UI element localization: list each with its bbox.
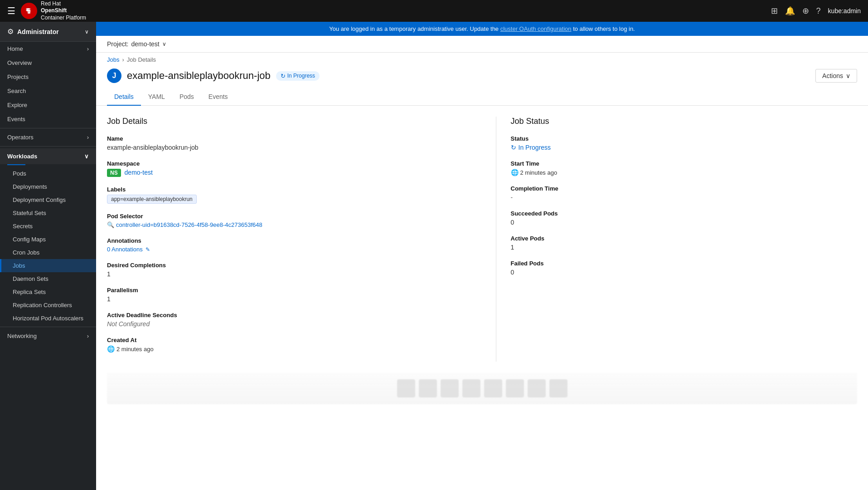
page-content: Project: demo-test ∨ Jobs › Job Details … <box>96 36 868 490</box>
namespace-label: Namespace <box>107 160 469 167</box>
sidebar-item-explore[interactable]: Explore <box>0 98 96 112</box>
annotations-link[interactable]: 0 Annotations ✎ <box>107 246 469 253</box>
actions-chevron-icon: ∨ <box>846 72 850 79</box>
failed-pods-label: Failed Pods <box>511 260 858 267</box>
sidebar-item-secrets[interactable]: Secrets <box>0 220 96 233</box>
annotations-edit-icon[interactable]: ✎ <box>145 246 150 253</box>
actions-button[interactable]: Actions ∨ <box>815 69 857 83</box>
parallelism-group: Parallelism 1 <box>107 287 469 303</box>
completion-time-value: - <box>511 194 858 201</box>
created-at-globe-icon: 🌐 <box>107 345 115 353</box>
namespace-link[interactable]: demo-test <box>125 169 153 176</box>
page-title: example-ansibleplaybookrun-job <box>127 70 271 82</box>
breadcrumb-jobs-link[interactable]: Jobs <box>107 56 119 63</box>
sidebar-item-replication-controllers[interactable]: Replication Controllers <box>0 299 96 312</box>
hamburger-icon[interactable]: ☰ <box>7 5 15 16</box>
admin-gear-icon: ⚙ <box>7 27 14 36</box>
sidebar-workloads-header[interactable]: Workloads ∨ <box>0 148 96 164</box>
sidebar-item-pods[interactable]: Pods <box>0 167 96 180</box>
sidebar-item-operators[interactable]: Operators › <box>0 130 96 144</box>
sidebar-item-events[interactable]: Events <box>0 112 96 126</box>
name-group: Name example-ansibleplaybookrun-job <box>107 135 469 151</box>
sidebar-item-home[interactable]: Home › <box>0 42 96 56</box>
job-status-column: Job Status Status ↻ In Progress Start Ti… <box>496 117 858 362</box>
label-chip: app=example-ansibleplaybookrun <box>107 195 197 204</box>
pod-selector-value: controller-uid=b91638cd-7526-4f58-9ee8-4… <box>116 221 262 228</box>
tab-details[interactable]: Details <box>107 88 141 106</box>
sidebar-item-replica-sets[interactable]: Replica Sets <box>0 285 96 299</box>
sidebar-item-networking[interactable]: Networking › <box>0 329 96 343</box>
start-time-label: Start Time <box>511 160 858 167</box>
blurred-bottom-area <box>107 372 857 404</box>
created-at-value: 🌐 2 minutes ago <box>107 345 469 353</box>
bell-icon-button[interactable]: 🔔 <box>785 6 795 16</box>
active-deadline-value: Not Configured <box>107 320 469 328</box>
sidebar-item-cron-jobs[interactable]: Cron Jobs <box>0 246 96 259</box>
created-at-label: Created At <box>107 337 469 343</box>
grid-icon-button[interactable]: ⊞ <box>771 6 778 16</box>
project-label: Project: <box>107 40 128 48</box>
sidebar-item-config-maps[interactable]: Config Maps <box>0 233 96 246</box>
annotations-group: Annotations 0 Annotations ✎ <box>107 237 469 253</box>
oauth-config-link[interactable]: cluster OAuth configuration <box>500 25 572 32</box>
status-label: In Progress <box>287 73 315 79</box>
start-time-globe-icon: 🌐 <box>511 169 519 176</box>
completion-time-label: Completion Time <box>511 185 858 192</box>
sidebar-item-search[interactable]: Search <box>0 84 96 98</box>
brand-text: Red Hat OpenShift Container Platform <box>41 0 86 22</box>
succeeded-pods-group: Succeeded Pods 0 <box>511 210 858 226</box>
sidebar-item-stateful-sets[interactable]: Stateful Sets <box>0 206 96 220</box>
labels-group: Labels app=example-ansibleplaybookrun <box>107 186 469 204</box>
tab-yaml[interactable]: YAML <box>141 88 172 106</box>
project-dropdown-icon[interactable]: ∨ <box>162 41 166 47</box>
tab-events[interactable]: Events <box>201 88 235 106</box>
redhat-logo-icon <box>21 3 37 19</box>
succeeded-pods-label: Succeeded Pods <box>511 210 858 217</box>
active-pods-group: Active Pods 1 <box>511 235 858 251</box>
job-details-title: Job Details <box>107 117 469 126</box>
sidebar-item-daemon-sets[interactable]: Daemon Sets <box>0 272 96 285</box>
namespace-value: NS demo-test <box>107 169 469 177</box>
pod-selector-link[interactable]: 🔍 controller-uid=b91638cd-7526-4f58-9ee8… <box>107 221 469 228</box>
active-deadline-group: Active Deadline Seconds Not Configured <box>107 312 469 328</box>
home-chevron-icon: › <box>87 45 89 52</box>
admin-switcher[interactable]: ⚙ Administrator ∨ <box>0 22 96 42</box>
notification-bar: You are logged in as a temporary adminis… <box>96 22 868 36</box>
job-icon: J <box>107 69 121 83</box>
plus-icon-button[interactable]: ⊕ <box>802 6 809 16</box>
desired-completions-label: Desired Completions <box>107 262 469 269</box>
desired-completions-value: 1 <box>107 270 469 278</box>
annotations-value: 0 Annotations <box>107 246 143 253</box>
sidebar-item-deployments[interactable]: Deployments <box>0 180 96 193</box>
parallelism-label: Parallelism <box>107 287 469 294</box>
in-progress-sync-icon: ↻ <box>281 73 286 79</box>
user-label[interactable]: kube:admin <box>828 7 861 15</box>
sidebar-item-hpa[interactable]: Horizontal Pod Autoscalers <box>0 312 96 325</box>
active-pods-value: 1 <box>511 244 858 251</box>
help-icon-button[interactable]: ? <box>816 6 821 16</box>
job-details-column: Job Details Name example-ansibleplaybook… <box>107 117 469 362</box>
sidebar: ⚙ Administrator ∨ Home › Overview Projec… <box>0 22 96 490</box>
active-pods-label: Active Pods <box>511 235 858 242</box>
main-layout: ⚙ Administrator ∨ Home › Overview Projec… <box>0 22 868 490</box>
start-time-value: 🌐 2 minutes ago <box>511 169 858 176</box>
status-group: Status ↻ In Progress <box>511 135 858 151</box>
namespace-group: Namespace NS demo-test <box>107 160 469 177</box>
status-sync-icon: ↻ <box>511 144 516 151</box>
sidebar-item-projects[interactable]: Projects <box>0 70 96 84</box>
workloads-underline <box>7 164 25 165</box>
sidebar-item-overview[interactable]: Overview <box>0 56 96 70</box>
sidebar-item-deployment-configs[interactable]: Deployment Configs <box>0 193 96 206</box>
pod-selector-group: Pod Selector 🔍 controller-uid=b91638cd-7… <box>107 213 469 228</box>
page-header: J example-ansibleplaybookrun-job ↻ In Pr… <box>96 65 868 83</box>
labels-value: app=example-ansibleplaybookrun <box>107 195 469 204</box>
admin-label: Administrator <box>17 28 85 35</box>
succeeded-pods-value: 0 <box>511 219 858 226</box>
sidebar-item-jobs[interactable]: Jobs <box>0 259 96 272</box>
failed-pods-value: 0 <box>511 269 858 276</box>
created-at-group: Created At 🌐 2 minutes ago <box>107 337 469 353</box>
active-deadline-label: Active Deadline Seconds <box>107 312 469 318</box>
brand-logo: Red Hat OpenShift Container Platform <box>21 0 86 22</box>
pod-selector-label: Pod Selector <box>107 213 469 220</box>
tab-pods[interactable]: Pods <box>172 88 201 106</box>
